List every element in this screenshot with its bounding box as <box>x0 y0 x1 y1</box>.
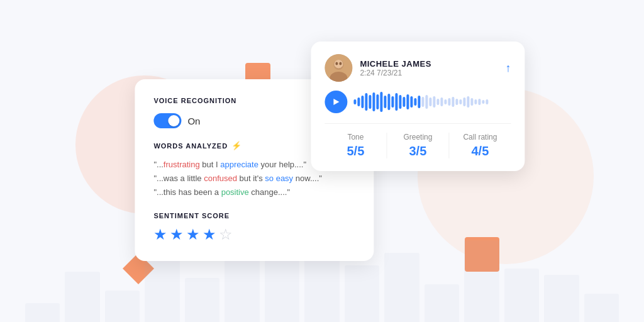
star-2: ★ <box>170 226 184 243</box>
wave-bar <box>391 96 394 108</box>
wave-bar <box>353 99 356 104</box>
wave-bar <box>467 96 469 108</box>
metric-value: 4/5 <box>449 144 511 158</box>
wave-bar <box>440 97 443 106</box>
audio-user: MICHELE JAMES 2:24 7/23/21 <box>325 54 431 82</box>
metric-label: Call rating <box>449 133 511 142</box>
wave-bar <box>406 94 409 109</box>
user-meta: 2:24 7/23/21 <box>360 69 431 77</box>
bg-bar <box>544 275 579 322</box>
wave-bar <box>482 100 484 104</box>
metric-greeting: Greeting 3/5 <box>387 133 449 158</box>
word-line-3: "...this has been a positive change...." <box>153 186 355 199</box>
wave-bar <box>399 95 401 109</box>
star-3: ★ <box>186 226 200 243</box>
play-button[interactable] <box>325 91 347 113</box>
metric-value: 3/5 <box>387 144 448 158</box>
wave-bar <box>418 96 420 108</box>
user-name: MICHELE JAMES <box>360 59 431 69</box>
avatar <box>325 54 352 82</box>
wave-bar <box>463 97 465 106</box>
audio-player-card: MICHELE JAMES 2:24 7/23/21 ↑ Tone 5/5 Gr… <box>311 42 525 171</box>
wave-bar <box>421 97 424 107</box>
wave-bar <box>470 98 473 106</box>
wave-bar <box>387 94 390 110</box>
player-row <box>325 91 511 113</box>
word-appreciate: appreciate <box>220 160 258 169</box>
wave-bar <box>372 92 375 111</box>
star-1: ★ <box>153 226 167 243</box>
word-line-2: "...was a little confused but it's so ea… <box>153 172 355 186</box>
bg-bar <box>105 291 140 322</box>
wave-bar <box>486 99 488 104</box>
word-easy: so easy <box>265 174 293 183</box>
wave-bar <box>395 93 397 111</box>
wave-bar <box>384 96 386 108</box>
waveform <box>353 91 511 113</box>
wave-bar <box>369 95 371 109</box>
metric-value: 5/5 <box>325 144 386 158</box>
wave-bar <box>433 96 435 108</box>
bg-bar <box>65 272 99 322</box>
bg-bar <box>185 278 219 322</box>
metrics-row: Tone 5/5 Greeting 3/5 Call rating 4/5 <box>325 123 511 158</box>
wave-bar <box>452 97 454 107</box>
star-5: ☆ <box>219 226 233 243</box>
word-confused: confused <box>204 174 237 183</box>
wave-bar <box>425 95 428 109</box>
play-icon <box>333 99 339 105</box>
star-4: ★ <box>203 226 216 243</box>
metric-call-rating: Call rating 4/5 <box>449 133 511 158</box>
wave-bar <box>429 97 431 106</box>
wave-bar <box>459 99 462 104</box>
wave-bar <box>357 97 360 106</box>
sentiment-title: SENTIMENT SCORE <box>153 212 355 219</box>
cards-wrapper: VOICE RECOGNITION On WORDS ANALYZED ⚡ ".… <box>135 42 525 280</box>
sentiment-section: SENTIMENT SCORE ★★★★☆ <box>153 212 355 243</box>
word-positive: positive <box>221 187 249 197</box>
word-frustrating: frustrating <box>164 160 200 169</box>
wave-bar <box>455 99 458 105</box>
audio-header: MICHELE JAMES 2:24 7/23/21 ↑ <box>325 54 511 82</box>
metric-tone: Tone 5/5 <box>325 133 387 158</box>
svg-point-4 <box>335 62 338 65</box>
wave-bar <box>380 92 382 112</box>
metric-label: Greeting <box>387 133 448 142</box>
wave-bar <box>436 99 439 105</box>
wave-bar <box>361 96 364 108</box>
wave-bar <box>448 98 450 106</box>
wave-bar <box>478 99 480 105</box>
wave-bar <box>414 98 416 106</box>
words-icon: ⚡ <box>231 141 242 150</box>
wave-bar <box>365 93 367 111</box>
wave-bar <box>402 97 405 107</box>
share-icon[interactable]: ↑ <box>505 62 511 75</box>
wave-bar <box>444 99 447 104</box>
audio-user-info: MICHELE JAMES 2:24 7/23/21 <box>360 59 431 77</box>
sentiment-stars: ★★★★☆ <box>153 226 355 243</box>
toggle-label: On <box>187 116 200 126</box>
bg-bar <box>25 303 60 322</box>
bg-bar <box>425 284 459 322</box>
svg-point-5 <box>339 62 341 65</box>
wave-bar <box>474 99 477 104</box>
metric-label: Tone <box>325 133 386 142</box>
wave-bar <box>410 96 413 108</box>
voice-recognition-toggle[interactable] <box>153 113 181 128</box>
wave-bar <box>376 94 379 109</box>
bg-bar <box>584 294 619 322</box>
